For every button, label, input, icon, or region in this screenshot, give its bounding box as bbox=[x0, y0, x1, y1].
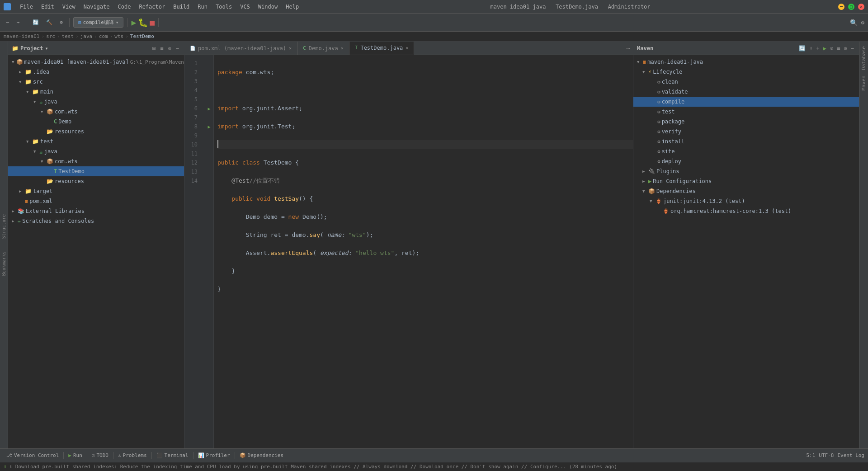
tab-overflow[interactable]: ⋯ bbox=[624, 42, 633, 55]
settings-button[interactable]: ⚙ bbox=[57, 18, 66, 27]
scratches-item[interactable]: ▶ ✏ Scratches and Consoles bbox=[8, 216, 184, 226]
maven-phase-btn[interactable]: ≡ bbox=[835, 45, 841, 52]
menu-item-vcs[interactable]: VCS bbox=[236, 3, 254, 11]
project-tree[interactable]: ▼ 📦 maven-idea01 [maven-idea01-java] G:\… bbox=[8, 55, 184, 448]
target-folder-item[interactable]: ▶ 📁 target bbox=[8, 186, 184, 196]
terminal-status[interactable]: ⬛ Terminal bbox=[154, 452, 191, 459]
demo-file-item[interactable]: C Demo bbox=[8, 117, 184, 127]
dependencies-status[interactable]: 📦 Dependencies bbox=[237, 452, 286, 459]
pom-file-item[interactable]: m pom.xml bbox=[8, 196, 184, 206]
maven-refresh-btn[interactable]: 🔄 bbox=[797, 45, 807, 52]
lifecycle-package[interactable]: ⚙ package bbox=[633, 117, 859, 127]
idea-folder-item[interactable]: ▶ 📁 .idea bbox=[8, 67, 184, 77]
sync-button[interactable]: 🔄 bbox=[30, 18, 42, 27]
problems-status[interactable]: ⚠ Problems bbox=[115, 452, 150, 459]
menu-item-help[interactable]: Help bbox=[282, 3, 302, 11]
menu-item-refactor[interactable]: Refactor bbox=[135, 3, 169, 11]
window-controls[interactable]: — □ ✕ bbox=[838, 4, 864, 10]
menu-item-window[interactable]: Window bbox=[255, 3, 281, 11]
lifecycle-deploy[interactable]: ⚙ deploy bbox=[633, 156, 859, 166]
run-status[interactable]: ▶ Run bbox=[66, 452, 85, 459]
src-folder-item[interactable]: ▼ 📁 src bbox=[8, 77, 184, 87]
breadcrumb-current[interactable]: TestDemo bbox=[130, 33, 154, 39]
collapse-all-button[interactable]: ≡ bbox=[159, 45, 165, 52]
menu-item-edit[interactable]: Edit bbox=[38, 3, 58, 11]
tab-testdemo-close[interactable]: ✕ bbox=[406, 45, 408, 50]
debug-button[interactable]: 🐛 bbox=[138, 18, 148, 27]
close-button[interactable]: ✕ bbox=[858, 4, 864, 10]
maximize-button[interactable]: □ bbox=[848, 4, 854, 10]
tab-demo-close[interactable]: ✕ bbox=[341, 46, 344, 51]
junit-dep[interactable]: ▼ 🏺 junit:junit:4.13.2 (test) bbox=[633, 196, 859, 206]
tab-demo[interactable]: C Demo.java ✕ bbox=[297, 42, 349, 55]
hamcrest-dep[interactable]: 🏺 org.hamcrest:hamcrest-core:1.3 (test) bbox=[633, 206, 859, 216]
build-button[interactable]: 🔨 bbox=[43, 18, 55, 27]
lifecycle-site[interactable]: ⚙ site bbox=[633, 146, 859, 156]
lifecycle-validate[interactable]: ⚙ validate bbox=[633, 87, 859, 97]
ext-libs-item[interactable]: ▶ 📚 External Libraries bbox=[8, 206, 184, 216]
event-log[interactable]: Event Log bbox=[837, 452, 864, 458]
breadcrumb-src[interactable]: src bbox=[46, 33, 55, 39]
test-folder-item[interactable]: ▼ 📁 test bbox=[8, 137, 184, 146]
todo-status[interactable]: ☑ TODO bbox=[89, 452, 111, 459]
lifecycle-clean[interactable]: ⚙ clean bbox=[633, 77, 859, 87]
menu-item-run[interactable]: Run bbox=[194, 3, 211, 11]
menu-bar[interactable]: FileEditViewNavigateCodeRefactorBuildRun… bbox=[16, 3, 302, 11]
minimize-button[interactable]: — bbox=[838, 4, 844, 10]
main-folder-item[interactable]: ▼ 📁 main bbox=[8, 87, 184, 97]
java-test-folder-item[interactable]: ▼ ☕ java bbox=[8, 146, 184, 156]
expand-all-button[interactable]: ⊞ bbox=[151, 45, 157, 52]
tab-testdemo[interactable]: T TestDemo.java ✕ bbox=[349, 42, 415, 55]
lifecycle-section[interactable]: ▼ ⚡ Lifecycle bbox=[633, 67, 859, 77]
breadcrumb-test[interactable]: test bbox=[62, 33, 74, 39]
testdemo-file-item[interactable]: T TestDemo bbox=[8, 166, 184, 176]
com-wts-test-package-item[interactable]: ▼ 📦 com.wts bbox=[8, 156, 184, 166]
resources-test-item[interactable]: 📂 resources bbox=[8, 176, 184, 186]
menu-item-code[interactable]: Code bbox=[114, 3, 135, 11]
menu-item-tools[interactable]: Tools bbox=[212, 3, 236, 11]
panel-minimize-button[interactable]: − bbox=[175, 45, 180, 52]
dependencies-section[interactable]: ▼ 📦 Dependencies bbox=[633, 186, 859, 196]
menu-item-build[interactable]: Build bbox=[170, 3, 193, 11]
bookmarks-tab[interactable]: Bookmarks bbox=[0, 250, 7, 278]
maven-run-btn[interactable]: ▶ bbox=[822, 45, 828, 52]
breadcrumb-project[interactable]: maven-idea01 bbox=[4, 33, 39, 39]
code-content[interactable]: package com.wts; import org.junit.Assert… bbox=[214, 55, 633, 448]
maven-collapse-btn[interactable]: − bbox=[849, 45, 855, 52]
stop-button[interactable]: ■ bbox=[150, 18, 155, 27]
resources-main-item[interactable]: 📂 resources bbox=[8, 127, 184, 137]
tree-root-item[interactable]: ▼ 📦 maven-idea01 [maven-idea01-java] G:\… bbox=[8, 57, 184, 67]
com-wts-package-item[interactable]: ▼ 📦 com.wts bbox=[8, 107, 184, 117]
tab-pom-close[interactable]: ✕ bbox=[289, 46, 292, 51]
maven-settings-btn[interactable]: ⚙ bbox=[843, 45, 849, 52]
profiler-status[interactable]: 📊 Profiler bbox=[195, 452, 233, 459]
forward-button[interactable]: → bbox=[14, 18, 23, 27]
lifecycle-test[interactable]: ⚙ test bbox=[633, 107, 859, 117]
settings-gear-icon[interactable]: ⚙ bbox=[861, 19, 864, 26]
search-everywhere-button[interactable]: 🔍 bbox=[850, 19, 858, 26]
maven-side-tab[interactable]: Maven bbox=[860, 73, 868, 93]
maven-add-btn[interactable]: + bbox=[815, 45, 821, 52]
breadcrumb-com[interactable]: com bbox=[99, 33, 108, 39]
run-button[interactable]: ▶ bbox=[131, 18, 136, 27]
maven-project-root[interactable]: ▼ m maven-idea01-java bbox=[633, 57, 859, 67]
menu-item-file[interactable]: File bbox=[16, 3, 37, 11]
back-button[interactable]: ← bbox=[4, 18, 12, 27]
breadcrumb-wts[interactable]: wts bbox=[114, 33, 123, 39]
structure-tab[interactable]: Structure bbox=[0, 212, 7, 240]
menu-item-view[interactable]: View bbox=[59, 3, 79, 11]
lifecycle-compile[interactable]: ⚙ compile bbox=[633, 97, 859, 107]
vcs-status[interactable]: ⎇ Version Control bbox=[4, 452, 61, 459]
maven-tree[interactable]: ▼ m maven-idea01-java ▼ ⚡ Lifecycle ⚙ cl… bbox=[633, 55, 859, 448]
run-configs-section[interactable]: ▶ ▶ Run Configurations bbox=[633, 176, 859, 186]
lifecycle-verify[interactable]: ⚙ verify bbox=[633, 127, 859, 137]
lifecycle-install[interactable]: ⚙ install bbox=[633, 137, 859, 146]
database-tab[interactable]: Database bbox=[860, 43, 868, 73]
breadcrumb-java[interactable]: java bbox=[80, 33, 93, 39]
dropdown-arrow[interactable]: ▾ bbox=[45, 45, 48, 52]
compile-button[interactable]: m compile编译 ▾ bbox=[73, 17, 124, 28]
panel-settings-button[interactable]: ⚙ bbox=[167, 45, 173, 52]
plugins-section[interactable]: ▶ 🔌 Plugins bbox=[633, 166, 859, 176]
maven-reimport-btn[interactable]: ⬇ bbox=[808, 45, 814, 52]
maven-skip-test-btn[interactable]: ⊘ bbox=[829, 45, 835, 52]
